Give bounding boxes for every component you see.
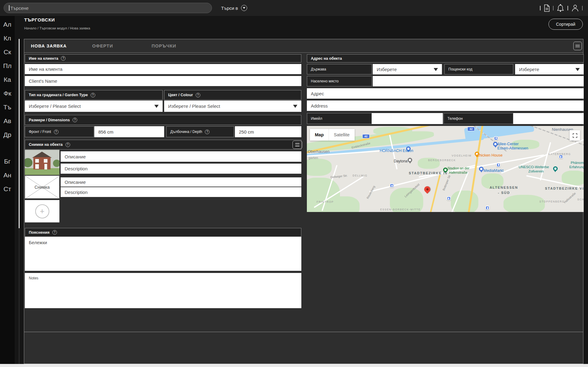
sidebar-item-8[interactable]: Др [0, 128, 15, 142]
map-green-area [307, 159, 332, 176]
postcode-label: Пощенски код [444, 64, 513, 74]
postcode-select[interactable]: Изберете [515, 64, 584, 74]
client-name-en-input[interactable] [25, 76, 301, 86]
colour-select-value: Изберете / Please Select [168, 104, 220, 109]
garden-type-select[interactable]: Изберете / Please Select [25, 100, 163, 112]
photo2-desc-en-input[interactable] [61, 187, 301, 197]
help-icon[interactable]: ? [52, 230, 57, 235]
user-profile-icon[interactable] [571, 4, 579, 12]
country-label: Държава [307, 64, 372, 74]
section-notes: Пояснения ? [25, 228, 301, 237]
sidebar-item-3[interactable]: Пл [0, 59, 15, 73]
map-label: Daytona [394, 159, 408, 163]
topbar: Търсене Търси в [0, 0, 588, 16]
satellite-button[interactable]: Satellite [329, 129, 355, 141]
section-photos-label: Снимки на обекта [29, 142, 63, 147]
section-site-address: Адрес на обекта [307, 54, 584, 62]
map-label: Zollverein [528, 169, 544, 173]
tab-offers[interactable]: ОФЕРТИ [92, 39, 113, 52]
email-input[interactable] [372, 113, 443, 124]
section-garden-type: Тип на градината / Garden Type ? [25, 90, 163, 100]
card-menu-icon[interactable] [573, 42, 582, 50]
map-label: DELLWIG [352, 174, 368, 177]
separator [540, 6, 541, 10]
depth-label: Дълбочина / Depth ? [166, 126, 234, 137]
search-in-selector[interactable]: Търси в [221, 0, 247, 16]
help-icon[interactable]: ? [61, 56, 66, 61]
map-label: FRINTROP [317, 200, 334, 203]
photo-placeholder-box[interactable]: Снимка [25, 176, 59, 199]
sidebar-item-11[interactable]: Ст [0, 182, 15, 196]
colour-select[interactable]: Изберете / Please Select [164, 100, 301, 112]
documents-icon[interactable] [544, 4, 550, 12]
scrollbar-thumb[interactable] [19, 39, 20, 228]
client-name-bg-input[interactable] [25, 64, 301, 74]
notes-bg-textarea[interactable] [25, 237, 301, 271]
sidebar-item-9[interactable]: Бг [0, 154, 15, 168]
map-green-area [503, 195, 545, 212]
section-dimensions-label: Размери / Dimensions [29, 118, 70, 122]
search-scope-dropdown-icon[interactable] [241, 5, 247, 11]
sidebar-item-0[interactable]: Ал [0, 17, 15, 31]
photo-thumbnail-house[interactable] [25, 150, 59, 175]
photos-menu-icon[interactable] [292, 141, 302, 149]
card-bottom-divider [24, 332, 583, 332]
train-station-icon [485, 206, 489, 210]
map-label: Chicken House [477, 153, 503, 157]
map-label: HORNBACH Essen [380, 149, 413, 153]
map-highway-badge: 42 [362, 134, 370, 138]
google-map[interactable]: Oberhausen garten Einbleckstraße 42 42 H… [307, 126, 584, 212]
sidebar-item-1[interactable]: Кл [0, 31, 15, 45]
help-icon[interactable]: ? [54, 130, 58, 134]
notes-en-textarea[interactable] [25, 273, 301, 308]
map-label: Reuenberg [366, 185, 376, 199]
help-icon[interactable]: ? [91, 93, 95, 97]
address-en-input[interactable] [307, 100, 584, 111]
map-road [540, 142, 551, 180]
photo1-desc-en-input[interactable] [61, 164, 301, 174]
help-icon[interactable]: ? [196, 93, 200, 97]
help-icon[interactable]: ? [66, 142, 70, 147]
sidebar-item-4[interactable]: Ка [0, 73, 15, 86]
sidebar-item-5[interactable]: Фк [0, 86, 15, 100]
phone-input[interactable] [513, 113, 584, 124]
section-colour: Цвят / Colour ? [164, 90, 301, 100]
help-icon[interactable]: ? [73, 118, 77, 122]
map-label: Erfahrungs [569, 165, 584, 169]
topbar-icons [537, 0, 586, 16]
front-value-input[interactable] [94, 126, 164, 137]
photo2-desc-bg-input[interactable] [61, 177, 301, 187]
map-label: - SÜD [498, 191, 510, 195]
notifications-bell-icon[interactable] [556, 4, 564, 12]
country-select[interactable]: Изберете [373, 64, 442, 74]
map-button[interactable]: Map [310, 129, 329, 141]
add-photo-button[interactable]: + [25, 200, 59, 222]
search-input[interactable]: Търсене [4, 3, 212, 13]
breadcrumb[interactable]: Начало / Търговски модул / Нова заявка [24, 26, 90, 30]
fullscreen-button[interactable] [570, 130, 580, 141]
sidebar-item-6[interactable]: Тъ [0, 100, 15, 114]
depth-value-input[interactable] [235, 126, 301, 137]
address-bg-input[interactable] [307, 88, 584, 99]
map-label: Phänom [571, 161, 584, 165]
section-dimensions: Размери / Dimensions ? [25, 115, 301, 125]
city-input[interactable] [373, 76, 584, 86]
map-label: Bottroper Str [442, 174, 451, 191]
sort-button[interactable]: Сортирай [548, 19, 583, 30]
section-client-name: Име на клиента ? [25, 54, 301, 62]
tab-new-request[interactable]: НОВА ЗАЯВКА [31, 39, 67, 52]
section-colour-label: Цвят / Colour [168, 93, 193, 97]
separator [582, 6, 583, 10]
map-label: Stadion an der [447, 166, 469, 170]
daytona-pin-icon [408, 158, 412, 162]
section-site-address-label: Адрес на обекта [311, 56, 342, 61]
photo1-desc-bg-input[interactable] [61, 151, 301, 162]
sidebar-item-2[interactable]: Ск [0, 45, 15, 59]
help-icon[interactable]: ? [205, 130, 209, 134]
map-label: Oberhausen [308, 149, 330, 154]
sidebar-item-10[interactable]: Ан [0, 168, 15, 182]
city-label: Населено място [307, 76, 372, 86]
train-station-icon [447, 196, 451, 200]
sidebar-item-7[interactable]: Ав [0, 114, 15, 128]
tab-orders[interactable]: ПОРЪЧКИ [152, 39, 176, 52]
